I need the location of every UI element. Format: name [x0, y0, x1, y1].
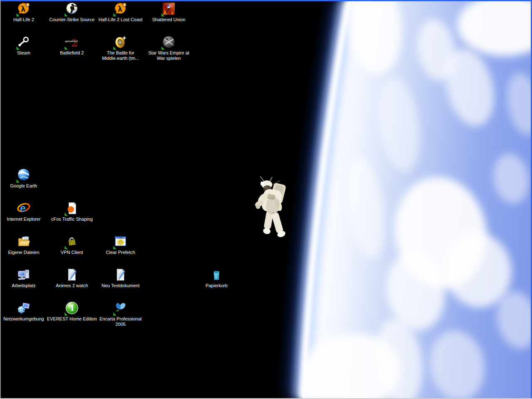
desktop-icon-everest-home-edition[interactable]: EVEREST Home Edition: [46, 301, 98, 322]
desktop-icon-label: Animes 2 watch: [56, 283, 88, 288]
frame-edge-top: [0, 0, 532, 1]
desktop-icon-label: Encarta Professional 2005: [99, 316, 142, 327]
desktop-icon-encarta-professional-2005[interactable]: Encarta Professional 2005: [95, 301, 146, 327]
desktop-icon-google-earth[interactable]: Google Earth: [0, 168, 49, 189]
desktop-icon-counter-strike-source[interactable]: Counter-Strike Source: [46, 2, 98, 22]
shortcut-arrow-icon: [161, 12, 165, 17]
desktop-icon-label: Arbeitsplatz: [12, 283, 35, 288]
ie-icon: [17, 201, 31, 215]
icons-layer: Half-Life 2 Counter-Strike Source Half-L…: [0, 0, 532, 399]
frame-edge-left: [0, 0, 1, 399]
desktop-icon-label: Google Earth: [10, 183, 37, 189]
desktop-icon-half-life-2[interactable]: Half-Life 2: [0, 2, 49, 22]
desktop-icon-eigene-dateien[interactable]: Eigene Dateien: [0, 234, 49, 255]
textdoc-icon: [65, 268, 79, 282]
desktop-icon-netzwerkumgebung[interactable]: Netzwerkumgebung: [0, 301, 49, 322]
desktop-icon-vpn-client[interactable]: VPN Client: [46, 234, 98, 255]
desktop-icon-papierkorb[interactable]: Papierkorb: [191, 268, 242, 288]
shortcut-arrow-icon: [161, 46, 165, 50]
shortcut-arrow-icon: [64, 12, 68, 17]
recycle-icon: [209, 268, 224, 282]
desktop-icon-label: EVEREST Home Edition: [47, 316, 97, 322]
shortcut-arrow-icon: [64, 46, 68, 50]
desktop-icon-label: Internet Explorer: [7, 217, 40, 222]
shortcut-arrow-icon: [113, 12, 117, 17]
shortcut-arrow-icon: [113, 46, 117, 50]
desktop-icon-label: Netzwerkumgebung: [3, 316, 44, 322]
desktop-icon-steam[interactable]: Steam: [0, 35, 49, 56]
folder-icon: [17, 234, 31, 249]
desktop-icon-label: Shattered Union: [152, 17, 185, 22]
desktop-icon-cfos-traffic-shaping[interactable]: cFos Traffic Shaping: [46, 201, 98, 222]
desktop-icon-internet-explorer[interactable]: Internet Explorer: [0, 201, 49, 222]
desktop-icon-label: Clear Prefetch: [106, 250, 135, 255]
desktop-icon-clear-prefetch[interactable]: Clear Prefetch: [95, 234, 146, 255]
desktop-icon-star-wars-empire-at-war[interactable]: Star Wars Empire at War spielen: [143, 35, 195, 61]
desktop-icon-animes-2-watch[interactable]: Animes 2 watch: [46, 268, 98, 288]
desktop-icon-battlefield-2[interactable]: Battlefield 2: [46, 35, 98, 56]
desktop-icon-label: Battlefield 2: [60, 50, 84, 56]
desktop-icon-label: Star Wars Empire at War spielen: [148, 50, 190, 61]
shortcut-arrow-icon: [64, 212, 68, 216]
shortcut-arrow-icon: [113, 312, 117, 316]
network-icon: [17, 301, 31, 315]
desktop-icon-label: Eigene Dateien: [8, 250, 39, 255]
desktop-icon-label: cFos Traffic Shaping: [51, 217, 93, 222]
desktop-icon-label: Neu Textdokument: [101, 283, 140, 288]
desktop-icon-label: Half-Life 2 Lost Coast: [99, 17, 143, 22]
desktop-icon-label: Counter-Strike Source: [49, 17, 95, 22]
desktop-icon-battle-for-middle-earth[interactable]: The Battle for Middle-earth (tm...: [95, 35, 146, 61]
windows-desktop: Half-Life 2 Counter-Strike Source Half-L…: [0, 0, 532, 399]
shortcut-arrow-icon: [16, 46, 20, 50]
shortcut-arrow-icon: [64, 245, 68, 249]
desktop-icon-label: The Battle for Middle-earth (tm...: [102, 50, 139, 61]
shortcut-arrow-icon: [16, 12, 20, 17]
shortcut-arrow-icon: [113, 245, 117, 249]
desktop-icon-neu-textdokument[interactable]: Neu Textdokument: [95, 268, 146, 288]
desktop-icon-arbeitsplatz[interactable]: Arbeitsplatz: [0, 268, 49, 288]
desktop-icon-shattered-union[interactable]: Shattered Union: [143, 2, 195, 22]
desktop-icon-label: Papierkorb: [205, 283, 227, 288]
computer-icon: [17, 268, 31, 282]
desktop-icon-label: Half-Life 2: [13, 17, 34, 22]
desktop-icon-half-life-2-lost-coast[interactable]: Half-Life 2 Lost Coast: [95, 2, 146, 22]
textdoc-icon: [113, 268, 128, 282]
shortcut-arrow-icon: [16, 179, 20, 183]
desktop-icon-label: VPN Client: [61, 250, 83, 255]
desktop-icon-label: Steam: [17, 50, 30, 56]
shortcut-arrow-icon: [64, 312, 68, 316]
